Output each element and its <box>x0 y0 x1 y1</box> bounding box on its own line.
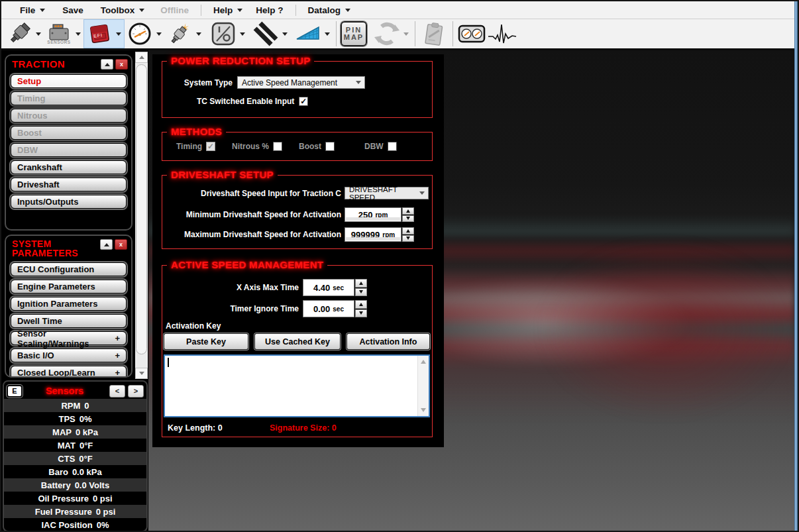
sensor-row: Fuel Pressure0 psi <box>4 505 146 518</box>
max-driveshaft-spinner[interactable]: 999999 rpm <box>345 227 414 242</box>
method-dbw-checkbox[interactable] <box>388 142 397 151</box>
spin-up-button[interactable] <box>355 279 367 288</box>
chevron-down-icon <box>237 9 242 12</box>
prev-page-button[interactable]: < <box>109 385 125 398</box>
background-glow <box>405 276 690 368</box>
collapse-panel-button[interactable] <box>101 59 113 70</box>
toolbar-spark-plug[interactable] <box>164 19 204 48</box>
toolbar-stripes[interactable] <box>250 19 290 48</box>
textarea-scrollbar[interactable] <box>417 356 429 416</box>
menu-file[interactable]: File <box>13 5 52 15</box>
chevron-down-icon[interactable] <box>323 32 332 36</box>
menu-toolbox[interactable]: Toolbox <box>94 5 152 15</box>
next-page-button[interactable]: > <box>128 385 144 398</box>
tc-switched-checkbox[interactable] <box>299 97 308 106</box>
toolbar-fuel-injector[interactable] <box>4 19 44 48</box>
sidebar-item-engine-parameters[interactable]: Engine Parameters <box>11 280 127 293</box>
sensor-row: IAC Position0% <box>4 518 146 531</box>
toolbar-separator <box>336 21 337 46</box>
close-panel-button[interactable]: x <box>115 239 127 250</box>
menu-datalog[interactable]: Datalog <box>301 5 358 15</box>
menu-help[interactable]: Help <box>207 5 249 15</box>
toolbar-io[interactable] <box>208 19 248 48</box>
chevron-down-icon[interactable] <box>238 32 247 36</box>
sensor-row: RPM0 <box>4 399 146 412</box>
scroll-up-button[interactable] <box>135 52 148 63</box>
sensors-caption: SENSORS <box>47 40 70 44</box>
timer-ignore-time-label: Timer Ignore Time <box>162 304 299 313</box>
chevron-down-icon <box>345 9 350 12</box>
section-title: DRIVESHAFT SETUP <box>167 169 278 180</box>
menu-offline: Offline <box>154 5 195 15</box>
method-boost-checkbox[interactable] <box>325 142 335 151</box>
min-driveshaft-label: Minimum Driveshaft Speed for Activation <box>162 210 341 219</box>
spin-up-button[interactable] <box>402 227 414 235</box>
toolbar-datalog-pulse[interactable] <box>487 19 517 48</box>
driveshaft-input-dropdown[interactable]: DRIVESHAFT SPEED <box>345 187 429 199</box>
close-panel-button[interactable]: x <box>115 59 128 70</box>
max-driveshaft-label: Maximum Driveshaft Speed for Activation <box>162 230 341 239</box>
x-axis-max-time-spinner[interactable]: 4.40 sec <box>303 279 367 296</box>
sidebar-item-ecu-configuration[interactable]: ECU Configuration <box>11 262 127 276</box>
scroll-down-button[interactable] <box>135 368 148 379</box>
toolbar-gauge[interactable] <box>125 19 164 48</box>
chevron-down-icon[interactable] <box>34 32 43 36</box>
tc-switched-label: TC Switched Enable Input <box>197 97 294 106</box>
sidebar-scrollbar[interactable] <box>135 52 148 379</box>
activation-info-button[interactable]: Activation Info <box>346 333 430 350</box>
workspace: TRACTION x Setup Timing Nitrous Boost DB… <box>1 50 798 532</box>
use-cached-key-button[interactable]: Use Cached Key <box>254 333 341 350</box>
paste-key-button[interactable]: Paste Key <box>164 333 248 350</box>
sidebar-item-closed-loop-learn[interactable]: Closed Loop/Learn+ <box>11 366 127 378</box>
sidebar-item-setup[interactable]: Setup <box>11 74 127 88</box>
scroll-up-button[interactable] <box>418 356 429 367</box>
min-driveshaft-spinner[interactable]: 250 rpm <box>345 207 414 222</box>
spin-down-button[interactable] <box>402 235 414 242</box>
dual-gauges-icon <box>457 20 486 48</box>
method-timing-checkbox <box>206 142 215 151</box>
toolbar-pin-map[interactable]: PIN MAP <box>340 19 368 48</box>
io-icon <box>209 20 238 48</box>
spin-up-button[interactable] <box>355 300 367 309</box>
menu-save[interactable]: Save <box>56 5 90 15</box>
scroll-down-button[interactable] <box>418 405 429 415</box>
sidebar-item-basic-io[interactable]: Basic I/O+ <box>11 348 127 362</box>
sidebar-item-driveshaft[interactable]: Driveshaft <box>11 178 127 191</box>
toolbar-sync <box>372 19 411 48</box>
system-type-label: System Type <box>162 78 233 87</box>
chevron-down-icon[interactable] <box>74 32 83 36</box>
toolbar-separator <box>415 21 415 46</box>
system-type-dropdown[interactable]: Active Speed Management <box>237 76 365 89</box>
chevron-down-icon <box>40 9 45 12</box>
chevron-down-icon <box>419 191 425 195</box>
spin-down-button[interactable] <box>355 288 367 297</box>
sidebar-item-timing: Timing <box>11 91 127 105</box>
sidebar-item-crankshaft[interactable]: Crankshaft <box>11 160 127 174</box>
sensors-title: Sensors <box>23 386 107 396</box>
collapse-panel-button[interactable] <box>100 239 113 250</box>
chevron-down-icon[interactable] <box>194 32 203 36</box>
timer-ignore-time-spinner[interactable]: 0.00 sec <box>303 300 367 317</box>
menu-help2[interactable]: Help ? <box>249 5 290 15</box>
sidebar-item-dwell-time[interactable]: Dwell Time <box>11 314 127 328</box>
toolbar-efi-ecu-selected[interactable]: EFI <box>83 19 125 48</box>
chevron-down-icon[interactable] <box>114 32 123 36</box>
method-nitrous-checkbox[interactable] <box>273 142 282 151</box>
chevron-down-icon[interactable] <box>280 32 290 36</box>
toolbar-dash-gauges[interactable] <box>456 19 487 48</box>
expand-button[interactable]: E <box>7 385 23 398</box>
chevron-down-icon[interactable] <box>154 32 164 36</box>
toolbar-separator <box>453 21 453 46</box>
spin-down-button[interactable] <box>402 215 414 223</box>
toolbar-sensors[interactable]: SENSORS <box>44 19 83 48</box>
activation-key-textarea[interactable] <box>164 354 430 417</box>
sensors-panel: E Sensors < > RPM0 TPS0% MAP0 kPa MAT0°F… <box>3 380 148 532</box>
sidebar-item-ignition-parameters[interactable]: Ignition Parameters <box>11 297 127 311</box>
sidebar-item-sensor-scaling[interactable]: Sensor Scaling/Warnings+ <box>11 331 127 345</box>
spin-down-button[interactable] <box>355 309 367 318</box>
spin-up-button[interactable] <box>402 207 414 215</box>
text-caret <box>168 358 169 367</box>
toolbar-3d-map[interactable] <box>293 19 333 48</box>
sidebar-item-inputs-outputs[interactable]: Inputs/Outputs <box>11 195 127 209</box>
scrollbar-thumb[interactable] <box>136 64 147 354</box>
